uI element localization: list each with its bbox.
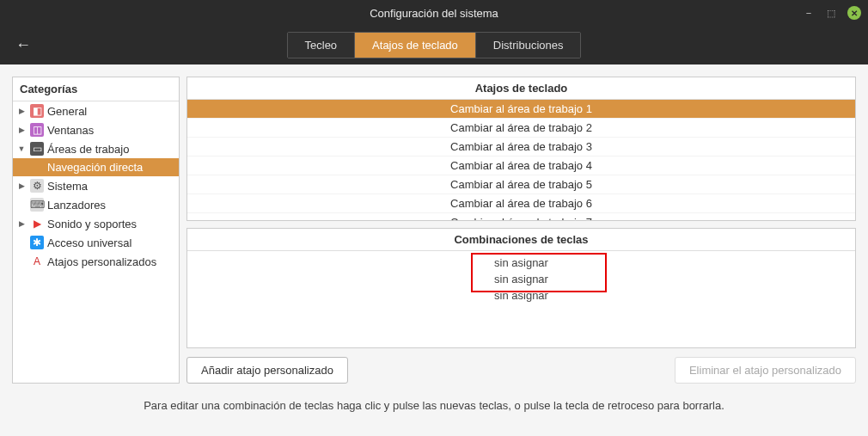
shortcuts-panel: Atajos de teclado Cambiar al área de tra… [186, 77, 856, 221]
tab-shortcuts[interactable]: Atajos de teclado [355, 33, 476, 58]
windows-icon: ◫ [30, 123, 44, 137]
sidebar-item-sonido[interactable]: ▶▶Sonido y soportes [13, 214, 179, 233]
shortcuts-list: Cambiar al área de trabajo 1Cambiar al á… [187, 100, 855, 220]
sidebar-item-label: Áreas de trabajo [47, 143, 129, 156]
tab-layouts[interactable]: Distribuciones [476, 33, 581, 58]
sidebar-item-areas[interactable]: ▼▭Áreas de trabajo [13, 139, 179, 158]
sidebar-item-lanzadores[interactable]: ⌨Lanzadores [13, 195, 179, 214]
sidebar-item-general[interactable]: ▶◧General [13, 101, 179, 120]
window-controls: − ⬚ ✕ [803, 6, 861, 20]
window-title: Configuración del sistema [370, 7, 498, 20]
main-area: Atajos de teclado Cambiar al área de tra… [186, 77, 856, 384]
launchers-icon: ⌨ [30, 198, 44, 212]
sidebar-item-ventanas[interactable]: ▶◫Ventanas [13, 120, 179, 139]
custom-shortcuts-icon: A [30, 255, 44, 268]
titlebar: Configuración del sistema − ⬚ ✕ [0, 0, 868, 26]
expand-icon: ▶ [16, 219, 27, 228]
sidebar-item-acceso[interactable]: ✱Acceso universal [13, 233, 179, 252]
sidebar-item-label: Navegación directa [47, 161, 143, 174]
remove-shortcut-button[interactable]: Eliminar el atajo personalizado [675, 357, 856, 384]
combo-row[interactable]: sin asignar [187, 255, 855, 271]
sound-icon: ▶ [30, 217, 44, 230]
sidebar-item-label: Lanzadores [47, 199, 106, 212]
list-row[interactable]: Cambiar al área de trabajo 5 [187, 175, 855, 194]
expand-icon: ▶ [16, 126, 27, 134]
list-row[interactable]: Cambiar al área de trabajo 1 [187, 100, 855, 119]
sidebar-item-label: Atajos personalizados [47, 255, 156, 268]
sidebar-item-label: Sonido y soportes [47, 218, 137, 230]
footer-hint: Para editar una combinación de teclas ha… [0, 396, 868, 415]
sidebar-item-nav-directa[interactable]: Navegación directa [13, 158, 179, 176]
sidebar-header: Categorías [13, 77, 179, 101]
sidebar: Categorías ▶◧General ▶◫Ventanas ▼▭Áreas … [12, 77, 180, 384]
combo-row[interactable]: sin asignar [187, 287, 855, 304]
sidebar-item-label: Acceso universal [47, 236, 131, 249]
list-row[interactable]: Cambiar al área de trabajo 3 [187, 138, 855, 157]
content: Categorías ▶◧General ▶◫Ventanas ▼▭Áreas … [0, 64, 868, 396]
shortcuts-panel-header: Atajos de teclado [187, 77, 855, 100]
expand-icon: ▶ [16, 107, 27, 115]
sidebar-item-atajos-pers[interactable]: AAtajos personalizados [13, 252, 179, 271]
button-row: Añadir atajo personalizado Eliminar el a… [186, 355, 856, 384]
list-row[interactable]: Cambiar al área de trabajo 6 [187, 194, 855, 213]
combo-row[interactable]: sin asignar [187, 271, 855, 287]
general-icon: ◧ [30, 104, 44, 118]
maximize-icon[interactable]: ⬚ [825, 7, 837, 19]
list-row[interactable]: Cambiar al área de trabajo 4 [187, 157, 855, 175]
system-icon: ⚙ [30, 179, 44, 193]
toolbar: ← Tecleo Atajos de teclado Distribucione… [0, 26, 868, 64]
combos-panel-header: Combinaciones de teclas [187, 229, 855, 251]
accessibility-icon: ✱ [30, 236, 44, 249]
minimize-icon[interactable]: − [803, 7, 815, 19]
collapse-icon: ▼ [16, 144, 27, 153]
tab-typing[interactable]: Tecleo [288, 33, 356, 58]
back-icon[interactable]: ← [15, 36, 31, 54]
sidebar-item-sistema[interactable]: ▶⚙Sistema [13, 176, 179, 195]
list-row[interactable]: Cambiar al área de trabajo 2 [187, 119, 855, 138]
sidebar-item-label: Ventanas [47, 124, 94, 137]
expand-icon: ▶ [16, 181, 27, 190]
sidebar-item-label: Sistema [47, 180, 88, 193]
tab-group: Tecleo Atajos de teclado Distribuciones [287, 32, 582, 58]
combos-list: sin asignarsin asignarsin asignar [187, 251, 855, 347]
close-icon[interactable]: ✕ [847, 6, 861, 20]
combos-panel: Combinaciones de teclas sin asignarsin a… [186, 228, 856, 348]
workspaces-icon: ▭ [30, 142, 44, 156]
list-row[interactable]: Cambiar al área de trabajo 7 [187, 213, 855, 220]
sidebar-item-label: General [47, 105, 87, 118]
category-tree: ▶◧General ▶◫Ventanas ▼▭Áreas de trabajo … [13, 101, 179, 383]
add-shortcut-button[interactable]: Añadir atajo personalizado [186, 357, 348, 384]
